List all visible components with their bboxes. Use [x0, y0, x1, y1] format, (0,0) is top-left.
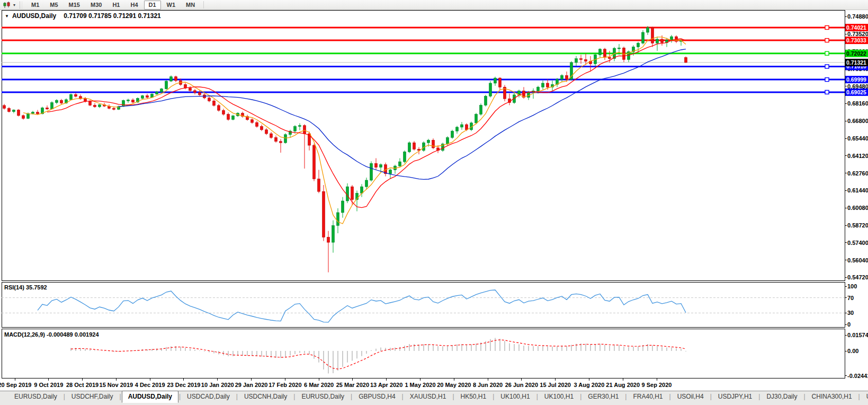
timeframe-button-w1[interactable]: W1	[162, 1, 181, 10]
price-axis-label: 0.65440	[847, 135, 868, 142]
time-axis-label[interactable]: 4 Dec 2019	[135, 382, 165, 388]
macd-pane[interactable]	[2, 329, 845, 378]
candle-body	[156, 92, 158, 94]
timeframe-button-h1[interactable]: H1	[108, 1, 124, 10]
candle-body	[22, 116, 25, 118]
chart-tab-xauusd-h1[interactable]: XAUUSD,H1	[404, 391, 452, 402]
price-axis-label: 0.56040	[847, 257, 868, 263]
timeframe-button-m5[interactable]: M5	[45, 1, 62, 10]
time-axis-label[interactable]: 20 Sep 2019	[0, 382, 32, 388]
candle	[241, 112, 244, 118]
candle-body	[94, 105, 96, 107]
candle	[589, 56, 592, 72]
price-axis-label: 0.64120	[847, 153, 868, 159]
candle-body	[618, 48, 621, 49]
chart-tab-usdcnh-daily[interactable]: USDCNH,Daily	[238, 391, 293, 402]
level-handle[interactable]	[825, 65, 829, 68]
level-handle[interactable]	[825, 25, 829, 29]
candle	[199, 90, 201, 96]
timeframe-button-m1[interactable]: M1	[26, 1, 44, 10]
time-axis-label[interactable]: 6 Mar 2020	[304, 382, 334, 388]
time-axis-label[interactable]: 13 Apr 2020	[370, 382, 402, 388]
candle	[628, 50, 630, 62]
chart-tab-gbpusd-h4[interactable]: GBPUSD,H4	[353, 391, 401, 402]
candle	[60, 99, 63, 104]
time-axis-label[interactable]: 10 Jan 2020	[201, 382, 234, 388]
time-axis-label[interactable]: 9 Sep 2020	[642, 382, 672, 388]
level-handle[interactable]	[825, 90, 829, 94]
rsi-pane[interactable]	[2, 282, 845, 327]
level-handle[interactable]	[825, 39, 829, 42]
candle	[461, 122, 463, 130]
chart-tab-hk50-h1[interactable]: HK50,H1	[455, 391, 493, 402]
price-axis-label: 0.73520	[847, 31, 868, 37]
toolbar-grip[interactable]	[20, 2, 22, 8]
chart-canvas[interactable]: 0.748800.735200.721600.708400.694800.681…	[0, 0, 868, 405]
chart-tab-ger30-h1[interactable]: GER30,H1	[582, 391, 624, 402]
time-axis-label[interactable]: 8 Jun 2020	[473, 382, 503, 388]
chart-tab-dj30-daily[interactable]: DJ30,Daily	[760, 391, 803, 402]
candle	[208, 96, 211, 102]
time-axis-label[interactable]: 28 Oct 2019	[66, 382, 99, 388]
level-handle[interactable]	[825, 78, 829, 82]
rsi-axis-label: 0	[847, 321, 851, 328]
chart-tab-fra40-h1[interactable]: FRA40,H1	[627, 391, 668, 402]
candle	[227, 112, 230, 120]
chart-tab-china300-h1[interactable]: CHINA300,H1	[806, 391, 858, 402]
candle	[346, 183, 349, 203]
timeframe-button-h4[interactable]: H4	[126, 1, 142, 10]
chart-tab-usdchf-daily[interactable]: USDCHF,Daily	[66, 391, 119, 402]
chart-tab-audusd-daily[interactable]: AUDUSD,Daily	[122, 391, 178, 403]
time-axis-label[interactable]: 15 Nov 2019	[100, 382, 133, 388]
chart-ohlc-values: 0.71709 0.71785 0.71291 0.71321	[64, 12, 161, 20]
chart-tab-usdjpy-h1[interactable]: USDJPY,H1	[712, 391, 758, 402]
chevron-down-icon[interactable]: ▾	[12, 1, 17, 9]
candle-body	[656, 39, 659, 43]
candle-body	[413, 143, 416, 149]
chart-tab-usoil-h4[interactable]: USOil,H4	[672, 391, 710, 402]
time-axis-label[interactable]: 23 Dec 2019	[167, 382, 200, 388]
macd-histogram	[71, 338, 686, 374]
chart-tab-uk100-h1[interactable]: UK100,H1	[495, 391, 535, 402]
candle	[451, 130, 454, 139]
timeframe-button-m30[interactable]: M30	[86, 1, 106, 10]
candle-body	[475, 115, 478, 123]
timeframe-button-mn[interactable]: MN	[181, 1, 200, 10]
candle-body	[8, 108, 11, 111]
chart-tab-usdcad-daily[interactable]: USDCAD,Daily	[181, 391, 236, 402]
price-axis-label: 0.61440	[847, 187, 868, 193]
candle-body	[261, 126, 263, 129]
time-axis-label[interactable]: 21 Aug 2020	[606, 382, 640, 388]
candle-body	[46, 108, 49, 109]
candle-body	[3, 105, 6, 108]
candle-body	[461, 125, 463, 127]
time-axis-label[interactable]: 3 Aug 2020	[574, 382, 605, 388]
chart-tab-eurusd-daily[interactable]: EURUSD,Daily	[296, 391, 350, 402]
candle	[494, 77, 497, 86]
chart-tab-uk100-h1[interactable]: UK100,H1	[539, 391, 579, 402]
chart-tab-usoil-h1[interactable]: USOil,H1	[861, 391, 868, 402]
time-axis-label[interactable]: 1 May 2020	[405, 382, 435, 388]
timeframe-button-m15[interactable]: M15	[64, 1, 85, 10]
timeframe-button-d1[interactable]: D1	[144, 1, 161, 10]
candle-body	[427, 140, 430, 143]
chart-tab-eurusd-daily[interactable]: EURUSD,Daily	[8, 391, 63, 402]
candle	[504, 85, 506, 101]
candle-body	[332, 225, 335, 242]
candlestick-chart-icon[interactable]	[2, 1, 12, 9]
time-axis-label[interactable]: 15 Jul 2020	[540, 382, 571, 388]
time-axis-label[interactable]: 26 Jun 2020	[505, 382, 538, 388]
time-axis-label[interactable]: 17 Feb 2020	[269, 382, 301, 388]
triangle-down-icon[interactable]: ▼	[5, 14, 9, 19]
time-axis-label[interactable]: 25 Mar 2020	[336, 382, 369, 388]
time-axis-label[interactable]: 20 May 2020	[437, 382, 471, 388]
rsi-indicator-label: RSI(14) 35.7592	[4, 284, 47, 290]
candle	[170, 75, 173, 82]
candle	[685, 56, 687, 63]
rsi-line	[38, 290, 686, 322]
macd-signal-line	[71, 340, 686, 369]
price-axis-label: 0.66800	[847, 118, 868, 124]
time-axis-label[interactable]: 9 Oct 2019	[34, 382, 63, 388]
level-handle[interactable]	[825, 51, 829, 55]
time-axis-label[interactable]: 29 Jan 2020	[235, 382, 268, 388]
